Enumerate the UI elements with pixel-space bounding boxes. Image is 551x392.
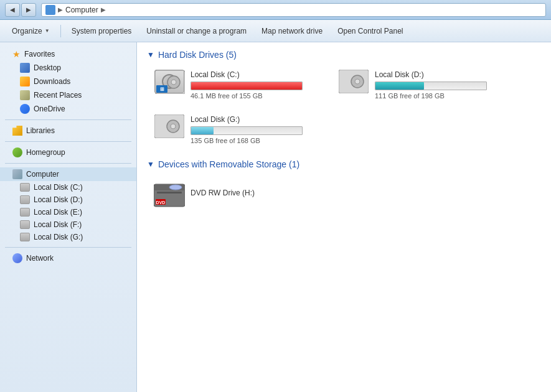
progress-bar-d <box>375 82 487 90</box>
forward-button[interactable]: ▶ <box>21 3 36 17</box>
sidebar-label-recent-places: Recent Places <box>34 91 82 100</box>
sidebar-label-libraries: Libraries <box>26 126 55 135</box>
svg-point-10 <box>171 124 176 129</box>
computer-icon <box>12 169 22 179</box>
libraries-icon <box>12 126 22 136</box>
sidebar-label-local-disk-d: Local Disk (D:) <box>34 195 83 204</box>
toolbar: Organize ▼ System properties Uninstall o… <box>0 20 551 42</box>
removable-collapse-arrow: ▼ <box>147 160 154 169</box>
disk-c-icon <box>20 183 30 192</box>
svg-rect-13 <box>157 192 182 194</box>
address-text: Computer <box>65 6 98 14</box>
sidebar-item-onedrive[interactable]: OneDrive <box>0 102 136 116</box>
back-button[interactable]: ◀ <box>5 3 20 17</box>
hdd-body-c: ⊞ <box>154 70 184 93</box>
main-layout: ★ Favorites Desktop Downloads Recent Pla… <box>0 42 551 392</box>
drive-name-d: Local Disk (D:) <box>375 70 508 79</box>
system-properties-label: System properties <box>72 27 132 35</box>
drive-item-c[interactable]: ⊞ Local Disk (C:) 46.1 MB free of 155 GB <box>152 67 326 102</box>
map-network-button[interactable]: Map network drive <box>255 24 329 39</box>
disk-e-icon <box>20 208 30 217</box>
hard-disk-section-header[interactable]: ▼ Hard Disk Drives (5) <box>147 50 541 60</box>
disk-g-icon <box>20 233 30 241</box>
sidebar-label-network: Network <box>26 254 54 263</box>
toolbar-divider-1 <box>60 25 61 37</box>
drive-item-dvd[interactable]: DVD DVD RW Drive (H:) <box>152 177 326 212</box>
uninstall-button[interactable]: Uninstall or change a program <box>139 24 253 39</box>
system-properties-button[interactable]: System properties <box>65 24 139 39</box>
sidebar-item-local-disk-f[interactable]: Local Disk (F:) <box>0 218 136 231</box>
address-bar[interactable]: ▶ Computer ▶ <box>41 3 546 17</box>
sidebar-separator-1 <box>5 119 131 120</box>
sidebar-item-libraries[interactable]: Libraries <box>0 124 136 138</box>
sidebar-item-local-disk-e[interactable]: Local Disk (E:) <box>0 206 136 218</box>
nav-buttons: ◀ ▶ <box>5 3 36 17</box>
sidebar-label-local-disk-g: Local Disk (G:) <box>34 233 83 241</box>
title-bar: ◀ ▶ ▶ Computer ▶ <box>0 0 551 20</box>
sidebar-item-local-disk-g[interactable]: Local Disk (G:) <box>0 231 136 243</box>
sidebar-separator-2 <box>5 141 131 142</box>
drive-info-d: Local Disk (D:) 111 GB free of 198 GB <box>375 70 508 100</box>
dvd-icon: DVD <box>154 179 184 209</box>
sidebar-item-downloads[interactable]: Downloads <box>0 75 136 88</box>
uninstall-label: Uninstall or change a program <box>146 27 247 35</box>
homegroup-icon <box>12 147 22 157</box>
sidebar-separator-3 <box>5 163 131 164</box>
organize-button[interactable]: Organize ▼ <box>5 24 57 39</box>
sidebar-label-homegroup: Homegroup <box>26 148 65 157</box>
sidebar-label-local-disk-f: Local Disk (F:) <box>34 220 82 229</box>
sidebar-label-onedrive: OneDrive <box>34 105 65 113</box>
sidebar-section-network: Network <box>0 251 136 265</box>
sidebar-item-local-disk-d[interactable]: Local Disk (D:) <box>0 194 136 206</box>
sidebar-label-favorites: Favorites <box>24 50 55 58</box>
address-end-arrow: ▶ <box>101 6 106 13</box>
drive-name-g: Local Disk (G:) <box>191 115 324 124</box>
sidebar-item-local-disk-c[interactable]: Local Disk (C:) <box>0 181 136 194</box>
recent-places-icon <box>20 90 30 100</box>
disk-d-icon <box>20 195 30 204</box>
address-separator-arrow: ▶ <box>58 6 63 13</box>
sidebar-item-computer[interactable]: Computer <box>0 167 136 181</box>
hard-disk-drives-grid: ⊞ Local Disk (C:) 46.1 MB free of 155 GB <box>147 67 541 147</box>
sidebar-item-recent-places[interactable]: Recent Places <box>0 88 136 102</box>
removable-section-header[interactable]: ▼ Devices with Removable Storage (1) <box>147 159 541 169</box>
drive-name-dvd: DVD RW Drive (H:) <box>191 189 324 197</box>
drive-icon-d <box>339 70 369 100</box>
network-icon <box>12 253 22 263</box>
removable-drives-grid: DVD DVD RW Drive (H:) <box>147 177 541 212</box>
organize-dropdown-arrow: ▼ <box>45 28 50 34</box>
sidebar-label-desktop: Desktop <box>34 63 61 72</box>
sidebar-item-favorites[interactable]: ★ Favorites <box>0 47 136 61</box>
svg-text:⊞: ⊞ <box>160 86 164 92</box>
disk-f-icon <box>20 220 30 229</box>
drive-icon-g <box>154 114 184 144</box>
sidebar-label-local-disk-c: Local Disk (C:) <box>34 183 83 192</box>
drive-icon-c: ⊞ <box>154 70 184 100</box>
drive-item-g[interactable]: Local Disk (G:) 135 GB free of 168 GB <box>152 112 326 147</box>
progress-fill-d <box>375 82 424 90</box>
svg-point-7 <box>355 79 360 84</box>
sidebar-item-desktop[interactable]: Desktop <box>0 61 136 75</box>
star-icon: ★ <box>12 49 21 59</box>
sidebar: ★ Favorites Desktop Downloads Recent Pla… <box>0 42 137 392</box>
removable-section-title: Devices with Removable Storage (1) <box>158 159 299 169</box>
drive-free-g: 135 GB free of 168 GB <box>191 137 324 144</box>
svg-text:DVD: DVD <box>156 200 166 205</box>
sidebar-label-downloads: Downloads <box>34 77 70 86</box>
open-control-panel-button[interactable]: Open Control Panel <box>331 24 410 39</box>
hard-disk-collapse-arrow: ▼ <box>147 50 154 59</box>
progress-fill-g <box>191 127 214 134</box>
progress-bar-c <box>191 82 303 90</box>
hard-disk-section-title: Hard Disk Drives (5) <box>158 50 237 60</box>
sidebar-label-computer: Computer <box>26 170 59 179</box>
sidebar-separator-4 <box>5 247 131 248</box>
progress-bar-g <box>191 126 303 135</box>
sidebar-item-homegroup[interactable]: Homegroup <box>0 146 136 159</box>
svg-point-16 <box>169 185 182 190</box>
drive-info-dvd: DVD RW Drive (H:) <box>191 189 324 200</box>
drive-free-d: 111 GB free of 198 GB <box>375 92 508 100</box>
address-icon <box>45 5 55 15</box>
desktop-icon <box>20 63 30 73</box>
drive-item-d[interactable]: Local Disk (D:) 111 GB free of 198 GB <box>336 67 511 102</box>
sidebar-item-network[interactable]: Network <box>0 251 136 265</box>
